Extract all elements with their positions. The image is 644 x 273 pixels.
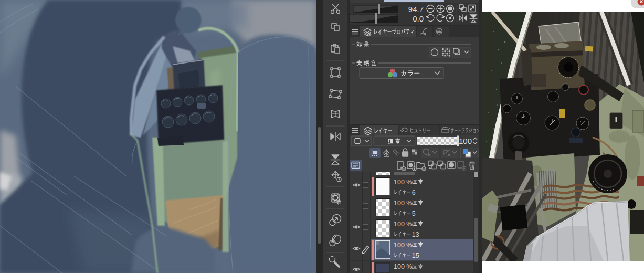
svg-text:0.0: 0.0 <box>413 14 424 23</box>
svg-text:100: 100 <box>459 136 472 145</box>
svg-text:94.7: 94.7 <box>408 5 424 14</box>
svg-text:13: 13 <box>412 231 419 238</box>
svg-text:6: 6 <box>412 189 416 196</box>
svg-text:100 %: 100 % <box>394 263 412 270</box>
svg-text:100 %: 100 % <box>394 220 412 228</box>
svg-text:100 %: 100 % <box>394 178 412 186</box>
svg-text:5: 5 <box>412 210 416 217</box>
svg-text:15: 15 <box>412 252 419 259</box>
svg-text:100 %: 100 % <box>394 200 412 207</box>
svg-text:100 %: 100 % <box>394 242 412 249</box>
